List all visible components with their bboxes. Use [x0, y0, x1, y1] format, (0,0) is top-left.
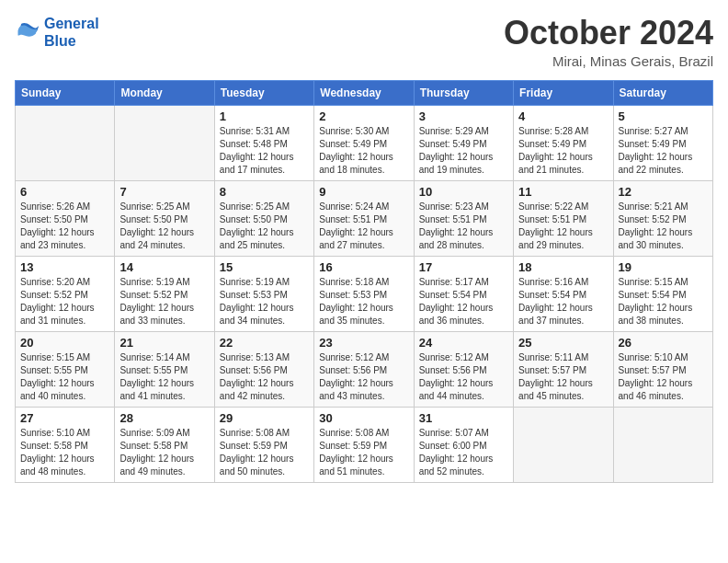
day-info: Sunrise: 5:20 AMSunset: 5:52 PMDaylight:…: [20, 276, 109, 327]
logo: General Blue: [15, 15, 99, 50]
calendar-cell: 3Sunrise: 5:29 AMSunset: 5:49 PMDaylight…: [414, 105, 513, 180]
day-number: 29: [220, 411, 309, 425]
column-header-sunday: Sunday: [16, 80, 115, 105]
logo-text: General Blue: [44, 15, 99, 50]
calendar-cell: 22Sunrise: 5:13 AMSunset: 5:56 PMDayligh…: [214, 331, 313, 407]
day-number: 15: [220, 260, 309, 274]
day-number: 25: [518, 336, 608, 350]
calendar-cell: 23Sunrise: 5:12 AMSunset: 5:56 PMDayligh…: [314, 331, 414, 407]
day-info: Sunrise: 5:25 AMSunset: 5:50 PMDaylight:…: [119, 201, 209, 252]
column-header-wednesday: Wednesday: [314, 80, 414, 105]
calendar-cell: 11Sunrise: 5:22 AMSunset: 5:51 PMDayligh…: [514, 180, 613, 256]
day-number: 19: [619, 260, 708, 274]
calendar-week-row: 6Sunrise: 5:26 AMSunset: 5:50 PMDaylight…: [16, 180, 713, 256]
calendar-cell: [16, 105, 115, 180]
calendar-cell: 26Sunrise: 5:10 AMSunset: 5:57 PMDayligh…: [613, 331, 712, 407]
day-info: Sunrise: 5:12 AMSunset: 5:56 PMDaylight:…: [319, 351, 408, 403]
day-info: Sunrise: 5:15 AMSunset: 5:55 PMDaylight:…: [20, 351, 109, 403]
day-number: 17: [419, 260, 508, 274]
calendar-cell: 30Sunrise: 5:08 AMSunset: 5:59 PMDayligh…: [314, 407, 414, 482]
day-number: 31: [419, 411, 508, 425]
day-info: Sunrise: 5:23 AMSunset: 5:51 PMDaylight:…: [419, 201, 508, 252]
calendar-cell: [115, 105, 214, 180]
calendar-cell: 13Sunrise: 5:20 AMSunset: 5:52 PMDayligh…: [16, 256, 115, 331]
day-number: 16: [319, 260, 408, 274]
day-info: Sunrise: 5:31 AMSunset: 5:48 PMDaylight:…: [220, 125, 309, 177]
calendar-cell: 18Sunrise: 5:16 AMSunset: 5:54 PMDayligh…: [514, 256, 613, 331]
calendar-cell: 20Sunrise: 5:15 AMSunset: 5:55 PMDayligh…: [16, 331, 115, 407]
day-info: Sunrise: 5:07 AMSunset: 6:00 PMDaylight:…: [419, 427, 508, 478]
day-info: Sunrise: 5:26 AMSunset: 5:50 PMDaylight:…: [20, 201, 109, 252]
day-number: 8: [220, 185, 309, 199]
day-number: 3: [419, 109, 508, 123]
day-info: Sunrise: 5:30 AMSunset: 5:49 PMDaylight:…: [319, 125, 408, 177]
calendar-cell: 24Sunrise: 5:12 AMSunset: 5:56 PMDayligh…: [414, 331, 513, 407]
day-number: 24: [419, 336, 508, 350]
day-number: 18: [518, 260, 608, 274]
day-info: Sunrise: 5:29 AMSunset: 5:49 PMDaylight:…: [419, 125, 508, 177]
day-info: Sunrise: 5:08 AMSunset: 5:59 PMDaylight:…: [220, 427, 309, 478]
calendar-cell: 6Sunrise: 5:26 AMSunset: 5:50 PMDaylight…: [16, 180, 115, 256]
day-info: Sunrise: 5:24 AMSunset: 5:51 PMDaylight:…: [319, 201, 408, 252]
calendar-header-row: SundayMondayTuesdayWednesdayThursdayFrid…: [16, 80, 713, 105]
column-header-tuesday: Tuesday: [214, 80, 313, 105]
day-info: Sunrise: 5:22 AMSunset: 5:51 PMDaylight:…: [518, 201, 608, 252]
day-info: Sunrise: 5:21 AMSunset: 5:52 PMDaylight:…: [619, 201, 708, 252]
day-number: 2: [319, 109, 408, 123]
day-info: Sunrise: 5:14 AMSunset: 5:55 PMDaylight:…: [119, 351, 209, 403]
day-number: 11: [518, 185, 608, 199]
day-number: 9: [319, 185, 408, 199]
day-number: 26: [619, 336, 708, 350]
day-info: Sunrise: 5:16 AMSunset: 5:54 PMDaylight:…: [518, 276, 608, 327]
calendar-cell: [514, 407, 613, 482]
calendar-cell: 31Sunrise: 5:07 AMSunset: 6:00 PMDayligh…: [414, 407, 513, 482]
day-info: Sunrise: 5:13 AMSunset: 5:56 PMDaylight:…: [220, 351, 309, 403]
calendar-cell: 21Sunrise: 5:14 AMSunset: 5:55 PMDayligh…: [115, 331, 214, 407]
calendar-table: SundayMondayTuesdayWednesdayThursdayFrid…: [15, 80, 713, 483]
calendar-cell: 4Sunrise: 5:28 AMSunset: 5:49 PMDaylight…: [514, 105, 613, 180]
column-header-thursday: Thursday: [414, 80, 513, 105]
day-number: 12: [619, 185, 708, 199]
day-number: 27: [20, 411, 109, 425]
day-info: Sunrise: 5:08 AMSunset: 5:59 PMDaylight:…: [319, 427, 408, 478]
day-info: Sunrise: 5:18 AMSunset: 5:53 PMDaylight:…: [319, 276, 408, 327]
calendar-week-row: 27Sunrise: 5:10 AMSunset: 5:58 PMDayligh…: [16, 407, 713, 482]
day-info: Sunrise: 5:19 AMSunset: 5:52 PMDaylight:…: [119, 276, 209, 327]
day-number: 4: [518, 109, 608, 123]
month-title: October 2024: [504, 15, 713, 52]
calendar-cell: 1Sunrise: 5:31 AMSunset: 5:48 PMDaylight…: [214, 105, 313, 180]
calendar-cell: 28Sunrise: 5:09 AMSunset: 5:58 PMDayligh…: [115, 407, 214, 482]
calendar-cell: 14Sunrise: 5:19 AMSunset: 5:52 PMDayligh…: [115, 256, 214, 331]
day-info: Sunrise: 5:11 AMSunset: 5:57 PMDaylight:…: [518, 351, 608, 403]
calendar-cell: 16Sunrise: 5:18 AMSunset: 5:53 PMDayligh…: [314, 256, 414, 331]
day-info: Sunrise: 5:27 AMSunset: 5:49 PMDaylight:…: [619, 125, 708, 177]
calendar-cell: 27Sunrise: 5:10 AMSunset: 5:58 PMDayligh…: [16, 407, 115, 482]
calendar-cell: 25Sunrise: 5:11 AMSunset: 5:57 PMDayligh…: [514, 331, 613, 407]
calendar-cell: 9Sunrise: 5:24 AMSunset: 5:51 PMDaylight…: [314, 180, 414, 256]
calendar-week-row: 20Sunrise: 5:15 AMSunset: 5:55 PMDayligh…: [16, 331, 713, 407]
day-info: Sunrise: 5:25 AMSunset: 5:50 PMDaylight:…: [220, 201, 309, 252]
day-info: Sunrise: 5:12 AMSunset: 5:56 PMDaylight:…: [419, 351, 508, 403]
calendar-cell: 7Sunrise: 5:25 AMSunset: 5:50 PMDaylight…: [115, 180, 214, 256]
title-area: October 2024 Mirai, Minas Gerais, Brazil: [504, 15, 713, 69]
day-number: 7: [119, 185, 209, 199]
logo-icon: [15, 19, 40, 45]
calendar-cell: 29Sunrise: 5:08 AMSunset: 5:59 PMDayligh…: [214, 407, 313, 482]
day-info: Sunrise: 5:28 AMSunset: 5:49 PMDaylight:…: [518, 125, 608, 177]
day-number: 5: [619, 109, 708, 123]
day-number: 21: [119, 336, 209, 350]
day-info: Sunrise: 5:19 AMSunset: 5:53 PMDaylight:…: [220, 276, 309, 327]
calendar-week-row: 13Sunrise: 5:20 AMSunset: 5:52 PMDayligh…: [16, 256, 713, 331]
page-header: General Blue October 2024 Mirai, Minas G…: [15, 15, 713, 69]
calendar-cell: 12Sunrise: 5:21 AMSunset: 5:52 PMDayligh…: [613, 180, 712, 256]
calendar-cell: [613, 407, 712, 482]
day-number: 13: [20, 260, 109, 274]
day-number: 6: [20, 185, 109, 199]
location-subtitle: Mirai, Minas Gerais, Brazil: [504, 53, 713, 69]
calendar-cell: 8Sunrise: 5:25 AMSunset: 5:50 PMDaylight…: [214, 180, 313, 256]
day-info: Sunrise: 5:17 AMSunset: 5:54 PMDaylight:…: [419, 276, 508, 327]
day-number: 22: [220, 336, 309, 350]
calendar-week-row: 1Sunrise: 5:31 AMSunset: 5:48 PMDaylight…: [16, 105, 713, 180]
day-info: Sunrise: 5:10 AMSunset: 5:57 PMDaylight:…: [619, 351, 708, 403]
day-info: Sunrise: 5:10 AMSunset: 5:58 PMDaylight:…: [20, 427, 109, 478]
